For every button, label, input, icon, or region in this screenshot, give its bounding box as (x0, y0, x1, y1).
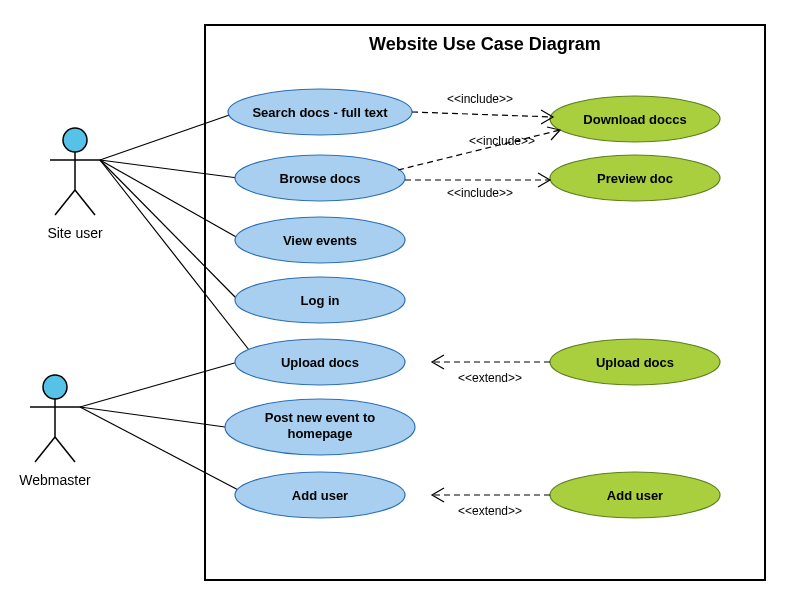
usecase-add-user-ext: Add user (550, 472, 720, 518)
svg-text:Upload docs: Upload docs (596, 355, 674, 370)
usecase-log-in: Log in (235, 277, 405, 323)
svg-line-9 (55, 437, 75, 462)
actor-webmaster: Webmaster (19, 375, 91, 488)
usecase-download-doccs: Download doccs (550, 96, 720, 142)
assoc-webmaster-adduser (80, 407, 244, 493)
usecase-upload-docs-ext: Upload docs (550, 339, 720, 385)
svg-point-0 (63, 128, 87, 152)
dep-search-download: <<include>> (412, 92, 553, 124)
svg-line-33 (412, 112, 553, 117)
actor-site-user: Site user (47, 128, 103, 241)
svg-text:homepage: homepage (287, 426, 352, 441)
actor-webmaster-label: Webmaster (19, 472, 91, 488)
svg-text:<<include>>: <<include>> (469, 134, 535, 148)
svg-text:Search docs - full text: Search docs - full text (252, 105, 388, 120)
svg-text:<<extend>>: <<extend>> (458, 371, 522, 385)
svg-text:Add user: Add user (607, 488, 663, 503)
assoc-siteuser-browse (100, 160, 238, 178)
svg-text:Preview doc: Preview doc (597, 171, 673, 186)
usecase-browse-docs: Browse docs (235, 155, 405, 201)
usecase-search-docs: Search docs - full text (228, 89, 412, 135)
svg-text:Browse docs: Browse docs (280, 171, 361, 186)
usecase-upload-docs: Upload docs (235, 339, 405, 385)
svg-text:View events: View events (283, 233, 357, 248)
svg-text:Post new event to: Post new event to (265, 410, 376, 425)
svg-text:Upload docs: Upload docs (281, 355, 359, 370)
dep-browse-download: <<include>> (398, 127, 560, 170)
assoc-webmaster-upload (80, 362, 238, 407)
svg-line-4 (75, 190, 95, 215)
dep-browse-preview: <<include>> (405, 173, 550, 200)
usecase-view-events: View events (235, 217, 405, 263)
diagram-title: Website Use Case Diagram (369, 34, 601, 54)
svg-text:<<include>>: <<include>> (447, 186, 513, 200)
assoc-siteuser-viewevents (100, 160, 238, 238)
svg-text:Download doccs: Download doccs (583, 112, 686, 127)
svg-line-8 (35, 437, 55, 462)
assoc-webmaster-postevent (80, 407, 225, 427)
svg-point-5 (43, 375, 67, 399)
dep-adduser-extend: <<extend>> (432, 488, 550, 518)
assoc-siteuser-search (100, 112, 238, 160)
svg-line-3 (55, 190, 75, 215)
svg-text:Add user: Add user (292, 488, 348, 503)
dep-upload-extend: <<extend>> (432, 355, 550, 385)
svg-text:Log in: Log in (301, 293, 340, 308)
svg-text:<<extend>>: <<extend>> (458, 504, 522, 518)
usecase-post-event: Post new event to homepage (225, 399, 415, 455)
assoc-siteuser-login (100, 160, 238, 300)
assoc-siteuser-upload (100, 160, 253, 355)
usecase-add-user: Add user (235, 472, 405, 518)
svg-text:<<include>>: <<include>> (447, 92, 513, 106)
usecase-preview-doc: Preview doc (550, 155, 720, 201)
actor-site-user-label: Site user (47, 225, 103, 241)
